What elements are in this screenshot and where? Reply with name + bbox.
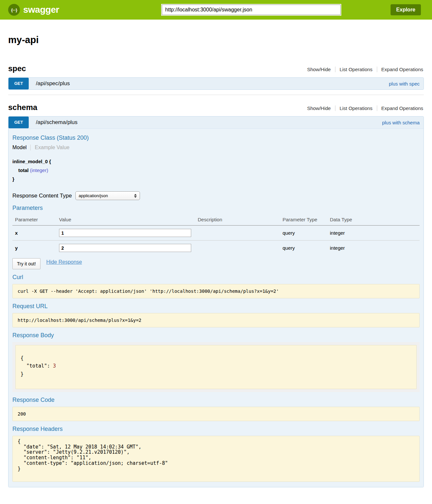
- data-type-cell: integer: [327, 226, 420, 241]
- operation-heading-schema[interactable]: GET /api/schema/plus plus with schema: [8, 117, 424, 128]
- param-type-cell: query: [280, 241, 327, 256]
- model-signature-close: }: [12, 176, 14, 182]
- explore-button[interactable]: Explore: [391, 4, 421, 15]
- model-signature: inline_model_0 { total (integer) }: [12, 157, 420, 183]
- response-content-type-row: Response Content Type application/json: [12, 191, 420, 200]
- parameters-table: Parameter Value Description Parameter Ty…: [12, 215, 420, 255]
- model-prop-name: total: [18, 167, 29, 173]
- show-hide-link[interactable]: Show/Hide: [303, 105, 335, 111]
- col-data-type: Data Type: [327, 215, 420, 226]
- actions-row: Try it out! Hide Response: [12, 258, 420, 269]
- tab-example-value[interactable]: Example Value: [30, 145, 69, 150]
- response-body-json: { "total": 3 }: [15, 345, 417, 389]
- parameter-row-y: y query integer: [12, 241, 420, 256]
- operation-heading-spec[interactable]: GET /api/spec/plus plus with spec: [8, 78, 424, 89]
- operation-summary-link[interactable]: plus with spec: [389, 81, 420, 87]
- json-number-value: 3: [53, 363, 56, 369]
- param-type-cell: query: [280, 226, 327, 241]
- response-class-heading: Response Class (Status 200): [12, 134, 420, 141]
- response-content-type-value: application/json: [79, 193, 108, 198]
- show-hide-link[interactable]: Show/Hide: [303, 67, 335, 72]
- col-parameter-type: Parameter Type: [280, 215, 327, 226]
- header-bar: {···} swagger Explore: [0, 0, 432, 20]
- resource-options-spec: Show/Hide List Operations Expand Operati…: [303, 67, 424, 72]
- response-content-type-label: Response Content Type: [12, 193, 72, 199]
- response-headers-heading: Response Headers: [12, 426, 420, 433]
- select-arrows-icon: [134, 194, 137, 198]
- tab-model[interactable]: Model: [12, 145, 30, 150]
- request-url-value: http://localhost:3000/api/schema/plus?x=…: [12, 313, 420, 327]
- resource-options-schema: Show/Hide List Operations Expand Operati…: [303, 105, 424, 111]
- param-y-input[interactable]: [59, 244, 191, 252]
- model-tabs: Model Example Value: [12, 145, 420, 150]
- list-operations-link[interactable]: List Operations: [335, 67, 377, 72]
- api-title: my-api: [8, 35, 424, 45]
- list-operations-link[interactable]: List Operations: [335, 105, 377, 111]
- operation-summary-link[interactable]: plus with schema: [382, 120, 420, 125]
- response-headers-json: { "date": "Sat, 12 May 2018 14:02:34 GMT…: [12, 436, 420, 482]
- resource-divider: [8, 95, 424, 95]
- curl-heading: Curl: [12, 274, 420, 281]
- swagger-brand[interactable]: {···} swagger: [8, 4, 59, 16]
- col-value: Value: [56, 215, 195, 226]
- parameter-row-x: x query integer: [12, 226, 420, 241]
- operation-spec-plus: GET /api/spec/plus plus with spec: [8, 77, 424, 90]
- parameters-header-row: Parameter Value Description Parameter Ty…: [12, 215, 420, 226]
- http-method-badge[interactable]: GET: [8, 78, 29, 89]
- request-url-heading: Request URL: [12, 303, 420, 310]
- hide-response-link[interactable]: Hide Response: [46, 259, 82, 265]
- http-method-badge[interactable]: GET: [8, 117, 29, 128]
- main-content: my-api spec Show/Hide List Operations Ex…: [0, 35, 432, 497]
- param-name: y: [12, 241, 56, 256]
- response-body-container: { "total": 3 }: [12, 342, 420, 392]
- response-body-heading: Response Body: [12, 332, 420, 339]
- operation-path-link[interactable]: /api/spec/plus: [36, 80, 70, 87]
- response-content-type-select[interactable]: application/json: [75, 191, 140, 200]
- operation-schema-plus: GET /api/schema/plus plus with schema Re…: [8, 116, 424, 487]
- resource-name-schema: schema: [8, 103, 37, 112]
- resource-header-spec: spec Show/Hide List Operations Expand Op…: [8, 64, 424, 73]
- col-description: Description: [195, 215, 280, 226]
- model-signature-open: inline_model_0 {: [12, 159, 51, 164]
- spec-url-input[interactable]: [162, 5, 341, 15]
- model-prop-type: (integer): [30, 167, 48, 173]
- resource-name-spec: spec: [8, 64, 26, 73]
- param-description-cell: [195, 241, 280, 256]
- expand-operations-link[interactable]: Expand Operations: [377, 67, 424, 72]
- brand-name: swagger: [23, 5, 59, 15]
- curl-command: curl -X GET --header 'Accept: applicatio…: [12, 284, 420, 298]
- response-code-heading: Response Code: [12, 397, 420, 403]
- resource-header-schema: schema Show/Hide List Operations Expand …: [8, 103, 424, 112]
- param-x-input[interactable]: [59, 229, 191, 237]
- data-type-cell: integer: [327, 241, 420, 256]
- response-code-value: 200: [12, 407, 420, 421]
- swagger-logo-icon: {···}: [8, 4, 20, 16]
- operation-content: Response Class (Status 200) Model Exampl…: [8, 128, 424, 487]
- expand-operations-link[interactable]: Expand Operations: [377, 105, 424, 111]
- parameters-heading: Parameters: [12, 205, 420, 212]
- param-name: x: [12, 226, 56, 241]
- try-it-out-button[interactable]: Try it out!: [12, 258, 40, 269]
- param-description-cell: [195, 226, 280, 241]
- operation-path-link[interactable]: /api/schema/plus: [36, 119, 78, 126]
- col-parameter: Parameter: [12, 215, 56, 226]
